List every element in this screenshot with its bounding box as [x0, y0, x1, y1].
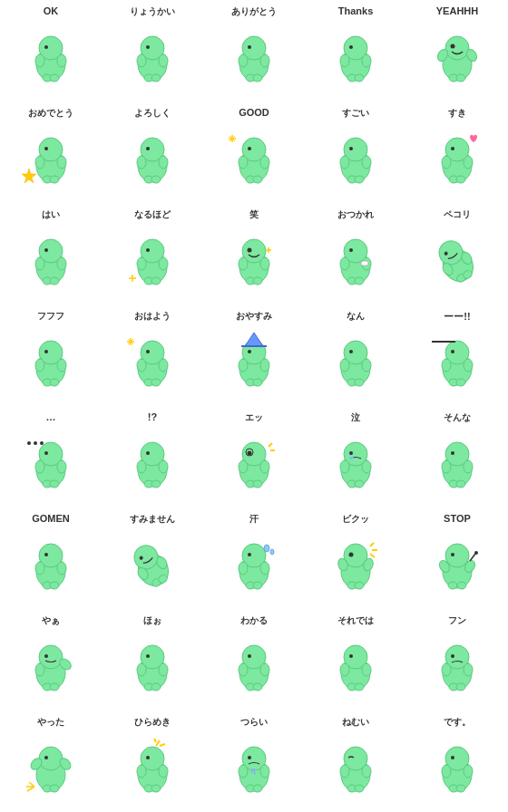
- svg-point-54: [239, 156, 248, 169]
- sticker-cell[interactable]: おめでとう: [0, 102, 102, 203]
- sticker-label: !?: [148, 411, 157, 422]
- sticker-cell[interactable]: GOMEN: [0, 508, 102, 609]
- svg-point-180: [253, 480, 262, 488]
- svg-point-170: [159, 460, 168, 473]
- svg-point-255: [151, 683, 161, 691]
- sticker-cell[interactable]: やった: [0, 710, 102, 812]
- sticker-cell[interactable]: GOOD: [203, 102, 305, 203]
- bird-image: [225, 432, 283, 496]
- sticker-cell[interactable]: おやすみ: [203, 304, 305, 406]
- sticker-label: ーー!!: [444, 310, 470, 324]
- svg-point-77: [44, 248, 48, 252]
- sticker-cell[interactable]: 泣: [305, 406, 406, 508]
- svg-point-289: [146, 756, 150, 759]
- sticker-cell[interactable]: !?: [102, 406, 203, 508]
- svg-point-71: [464, 156, 473, 169]
- sticker-cell[interactable]: それでは: [305, 609, 406, 710]
- svg-point-279: [44, 756, 48, 759]
- svg-point-244: [44, 654, 48, 658]
- sticker-label: ほぉ: [143, 614, 161, 627]
- sticker-cell[interactable]: おつかれ: [305, 203, 406, 304]
- sticker-cell[interactable]: ほぉ: [102, 609, 203, 710]
- bird-image: [22, 229, 80, 293]
- svg-line-296: [154, 739, 156, 742]
- sticker-cell[interactable]: なるほど: [102, 203, 203, 304]
- sticker-cell[interactable]: ーー!!: [406, 304, 508, 406]
- svg-point-126: [137, 359, 146, 372]
- sticker-cell[interactable]: やぁ: [0, 609, 102, 710]
- svg-point-165: [34, 441, 37, 445]
- svg-point-206: [50, 582, 59, 589]
- bird-image: [22, 737, 80, 800]
- sticker-cell[interactable]: フン: [406, 609, 508, 710]
- sticker-cell[interactable]: ペコリ: [406, 203, 508, 304]
- svg-point-266: [362, 663, 371, 676]
- sticker-cell[interactable]: すき: [406, 102, 508, 203]
- bird-image: [22, 635, 80, 699]
- sticker-label: ペコリ: [444, 208, 471, 221]
- bird-image: [225, 128, 283, 191]
- sticker-cell[interactable]: はい: [0, 203, 102, 304]
- svg-line-294: [156, 740, 160, 746]
- svg-point-186: [349, 451, 353, 455]
- sticker-cell[interactable]: 笑: [203, 203, 305, 304]
- sticker-cell[interactable]: おはよう: [102, 304, 203, 406]
- sticker-cell[interactable]: OK: [0, 0, 102, 102]
- sticker-cell[interactable]: STOP: [406, 508, 508, 609]
- sticker-cell[interactable]: そんな: [406, 406, 508, 508]
- svg-point-173: [151, 480, 161, 488]
- sticker-cell[interactable]: すみません: [102, 508, 203, 609]
- svg-point-164: [27, 441, 31, 445]
- sticker-label: GOOD: [239, 107, 269, 118]
- bird-image: [123, 635, 181, 699]
- svg-point-159: [44, 451, 48, 455]
- sticker-cell[interactable]: すごい: [305, 102, 406, 203]
- sticker-cell[interactable]: です。: [406, 710, 508, 812]
- sticker-cell[interactable]: りょうかい: [102, 0, 203, 102]
- svg-point-9: [146, 45, 150, 49]
- sticker-cell[interactable]: 汗: [203, 508, 305, 609]
- sticker-label: Thanks: [338, 5, 374, 16]
- svg-point-225: [349, 553, 354, 557]
- sticker-label: おつかれ: [337, 208, 374, 221]
- sticker-cell[interactable]: フフフ: [0, 304, 102, 406]
- svg-point-3: [57, 54, 66, 67]
- sticker-cell[interactable]: わかる: [203, 609, 305, 710]
- sticker-cell[interactable]: よろしく: [102, 102, 203, 203]
- svg-point-135: [248, 350, 251, 353]
- sticker-cell[interactable]: …: [0, 406, 102, 508]
- sticker-cell[interactable]: つらい: [203, 710, 305, 812]
- sticker-label: GOMEN: [32, 513, 70, 524]
- svg-point-217: [260, 562, 269, 575]
- sticker-cell[interactable]: エッ: [203, 406, 305, 508]
- bird-image: [225, 737, 283, 800]
- svg-point-299: [248, 756, 251, 759]
- sticker-label: YEAHHH: [436, 5, 478, 16]
- svg-point-163: [50, 480, 59, 488]
- bird-image: [428, 26, 486, 90]
- sticker-label: それでは: [337, 614, 374, 627]
- svg-point-252: [159, 663, 168, 676]
- sticker-cell[interactable]: Thanks: [305, 0, 406, 102]
- svg-point-145: [362, 359, 371, 372]
- svg-point-85: [159, 257, 168, 270]
- bird-image: [327, 331, 385, 394]
- sticker-cell[interactable]: ひらめき: [102, 710, 203, 812]
- sticker-cell[interactable]: YEAHHH: [406, 0, 508, 102]
- svg-point-49: [151, 176, 161, 183]
- bird-image: [225, 331, 283, 394]
- svg-point-234: [445, 544, 469, 567]
- sticker-label: やぁ: [42, 614, 60, 627]
- sticker-label: OK: [44, 5, 59, 16]
- sticker-cell[interactable]: ねむい: [305, 710, 406, 812]
- svg-point-169: [146, 451, 150, 455]
- bird-image: [428, 635, 486, 699]
- svg-point-41: [50, 176, 59, 183]
- svg-point-4: [35, 54, 44, 67]
- svg-point-315: [464, 765, 473, 778]
- sticker-cell[interactable]: ビクッ: [305, 508, 406, 609]
- sticker-cell[interactable]: なん: [305, 304, 406, 406]
- svg-line-230: [370, 543, 374, 546]
- sticker-cell[interactable]: ありがとう: [203, 0, 305, 102]
- svg-point-155: [456, 379, 465, 386]
